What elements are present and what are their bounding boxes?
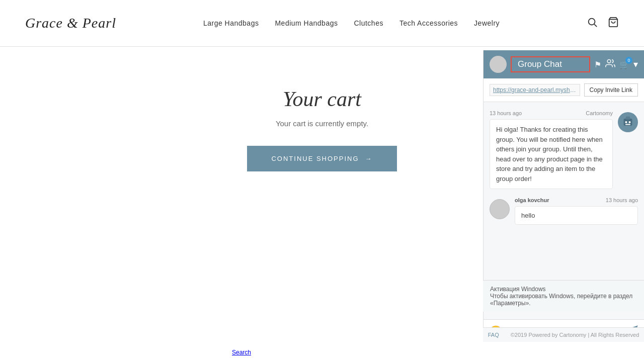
group-icon[interactable] [605,58,615,70]
invite-link[interactable]: https://grace-and-pearl.myshopify.co... [490,84,580,96]
chat-footer: FAQ ©2019 Powered by Cartonomy | All Rig… [483,327,644,342]
nav-tech-accessories[interactable]: Tech Accessories [399,19,458,27]
copy-invite-button[interactable]: Copy Invite Link [584,83,638,97]
system-message-content: 13 hours ago Cartonomy Hi olga! Thanks f… [490,110,613,189]
site-footer: Search [0,343,483,362]
system-message-time: 13 hours ago [490,110,522,116]
flag-icon[interactable]: ⚑ [594,60,601,69]
svg-point-3 [607,60,611,63]
system-message-meta: 13 hours ago Cartonomy [490,110,613,116]
arrow-icon: → [365,155,373,162]
footer-search-link[interactable]: Search [232,349,251,356]
chat-avatar [490,56,507,73]
system-message-bubble: Hi olga! Thanks for creating this group.… [490,119,613,189]
cartonomy-avatar [618,112,638,132]
site-logo: Grace & Pearl [25,15,116,31]
windows-activation-sub: Чтобы активировать Windows, перейдите в … [490,293,632,307]
nav-jewelry[interactable]: Jewelry [474,19,500,27]
chat-title[interactable]: Group Chat [511,56,590,72]
user-message-meta: olga kovchur 13 hours ago [515,197,638,203]
user-message-sender: olga kovchur [515,197,549,203]
cart-badge: 0 [625,57,632,64]
chevron-down-icon[interactable]: ▾ [633,59,638,70]
cart-icon[interactable] [608,17,619,30]
main-nav: Large Handbags Medium Handbags Clutches … [203,19,500,27]
chat-panel: Group Chat ⚑ 🛒 0 ▾ https://gr [483,50,644,342]
invite-bar: https://grace-and-pearl.myshopify.co... … [484,78,644,102]
user-message-bubble: hello [515,206,638,225]
cart-empty-text: Your cart is currently empty. [276,119,368,128]
nav-clutches[interactable]: Clutches [354,19,383,27]
svg-point-7 [628,121,630,123]
user-message: olga kovchur 13 hours ago hello [490,197,638,225]
windows-activation-title: Активация Windows [490,286,546,293]
svg-point-6 [625,121,627,123]
chat-powered-by: ©2019 Powered by Cartonomy | All Rights … [511,332,639,338]
svg-rect-8 [625,124,630,125]
chat-header-icons: ⚑ 🛒 0 ▾ [594,58,638,70]
user-avatar [490,199,510,219]
windows-activation-notice: Активация Windows Чтобы активировать Win… [483,280,644,312]
site-header: Grace & Pearl Large Handbags Medium Hand… [0,0,644,47]
chat-header: Group Chat ⚑ 🛒 0 ▾ [484,50,644,78]
system-message: 13 hours ago Cartonomy Hi olga! Thanks f… [490,110,638,189]
header-icons [587,17,619,30]
system-message-sender: Cartonomy [586,110,613,116]
svg-point-0 [589,19,595,25]
search-icon[interactable] [587,17,598,30]
user-message-time: 13 hours ago [606,197,638,203]
nav-large-handbags[interactable]: Large Handbags [203,19,259,27]
chat-faq-link[interactable]: FAQ [488,332,499,338]
continue-shopping-button[interactable]: CONTINUE SHOPPING → [247,146,396,171]
chat-cart-wrap[interactable]: 🛒 0 [619,60,629,69]
nav-medium-handbags[interactable]: Medium Handbags [275,19,338,27]
user-message-content: olga kovchur 13 hours ago hello [515,197,638,225]
cart-title: Your cart [283,87,361,111]
svg-line-1 [594,24,597,27]
svg-rect-5 [626,117,630,120]
